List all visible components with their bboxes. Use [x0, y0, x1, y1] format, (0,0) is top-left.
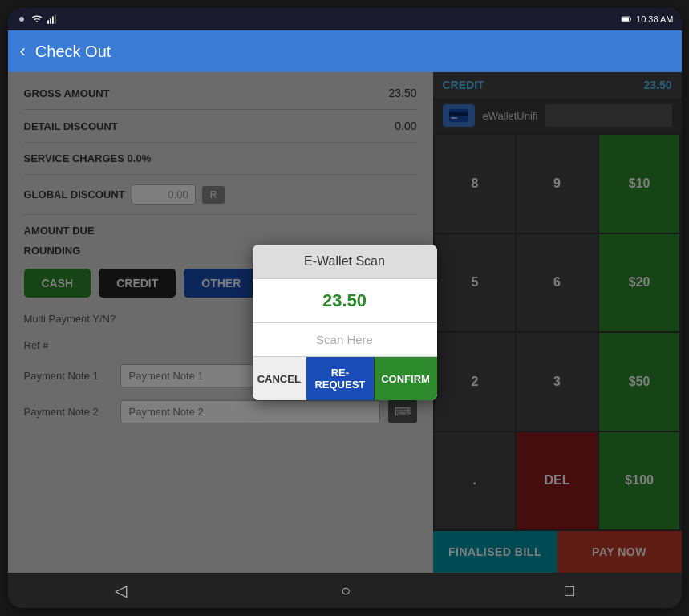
back-button[interactable]: ‹	[20, 41, 26, 62]
modal-dialog: E-Wallet Scan 23.50 Scan Here CANCEL RE-…	[253, 245, 437, 400]
main-content: GROSS AMOUNT 23.50 DETAIL DISCOUNT 0.00 …	[8, 72, 682, 573]
time-display: 10:38 AM	[636, 14, 673, 24]
svg-rect-3	[52, 17, 54, 24]
svg-rect-2	[50, 18, 51, 24]
modal-buttons: CANCEL RE-REQUEST CONFIRM	[253, 357, 437, 400]
battery-icon	[621, 14, 632, 25]
tablet-frame: 10:38 AM ‹ Check Out GROSS AMOUNT 23.50 …	[8, 8, 682, 608]
signal-icon	[47, 14, 58, 25]
nav-bar: ◁ ○ □	[8, 573, 682, 608]
svg-rect-4	[54, 14, 55, 24]
modal-overlay: E-Wallet Scan 23.50 Scan Here CANCEL RE-…	[8, 72, 682, 573]
modal-rerequest-button[interactable]: RE-REQUEST	[306, 357, 375, 400]
status-bar-left	[16, 14, 58, 25]
svg-rect-7	[622, 18, 629, 22]
nav-home-icon[interactable]: ○	[341, 582, 351, 600]
modal-scan-placeholder: Scan Here	[253, 323, 437, 357]
modal-cancel-button[interactable]: CANCEL	[253, 357, 307, 400]
svg-point-0	[19, 17, 24, 22]
nav-recent-icon[interactable]: □	[565, 582, 574, 600]
camera-icon	[16, 14, 27, 25]
modal-amount: 23.50	[253, 279, 437, 323]
modal-title: E-Wallet Scan	[253, 245, 437, 279]
wifi-icon	[31, 14, 43, 25]
status-bar-right: 10:38 AM	[621, 14, 673, 25]
nav-back-icon[interactable]: ◁	[115, 581, 127, 600]
modal-confirm-button[interactable]: CONFIRM	[375, 357, 437, 400]
app-title: Check Out	[35, 43, 111, 61]
svg-rect-1	[47, 20, 49, 24]
app-bar: ‹ Check Out	[8, 30, 682, 72]
status-bar: 10:38 AM	[8, 8, 682, 30]
svg-rect-6	[630, 18, 631, 20]
